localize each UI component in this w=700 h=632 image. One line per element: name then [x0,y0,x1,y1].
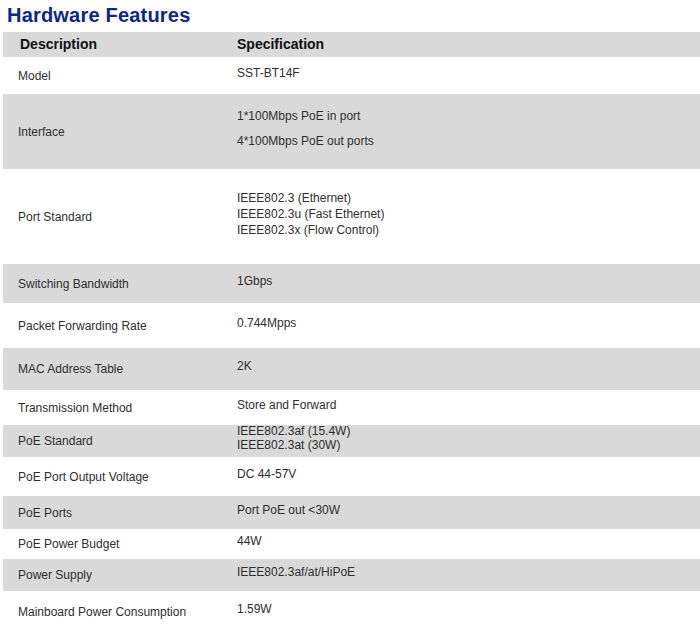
description-cell: Packet Forwarding Rate [3,319,237,333]
table-row: Transmission MethodStore and Forward [3,390,700,425]
specification-cell: IEEE802.3af/at/HiPoE [237,564,700,580]
specification-cell: SST-BT14F [237,65,700,81]
table-header-row: Description Specification [3,32,700,57]
spec-line: 1*100Mbps PoE in port [237,108,700,124]
spec-line: Port PoE out <30W [237,502,700,518]
hardware-features-table: Description Specification ModelSST-BT14F… [3,32,700,632]
description-cell: PoE Ports [3,506,237,520]
table-row: Mainboard Power Consumption1.59W [3,591,700,632]
table-row: Power SupplyIEEE802.3af/at/HiPoE [3,559,700,591]
table-row: Packet Forwarding Rate0.744Mpps [3,303,700,348]
spec-line: 1.59W [237,601,700,617]
table-row: MAC Address Table2K [3,348,700,390]
specification-cell: 1Gbps [237,273,700,289]
spec-line: Store and Forward [237,397,700,413]
spec-line: 44W [237,533,700,549]
description-cell: Power Supply [3,568,237,582]
column-header-specification: Specification [237,32,700,57]
spec-line: 2K [237,358,700,374]
spec-line: IEEE802.3af (15.4W) [237,424,700,438]
description-cell: Model [3,69,237,83]
spec-line: IEEE802.3at (30W) [237,438,700,452]
description-cell: Interface [3,125,237,139]
specification-cell: 1*100Mbps PoE in port4*100Mbps PoE out p… [237,99,700,158]
table-row: Port StandardIEEE802.3 (Ethernet)IEEE802… [3,169,700,264]
table-row: Interface1*100Mbps PoE in port4*100Mbps … [3,94,700,169]
description-cell: PoE Power Budget [3,537,237,551]
spec-line: IEEE802.3x (Flow Control) [237,222,700,238]
table-row: ModelSST-BT14F [3,57,700,94]
spec-line: 0.744Mpps [237,315,700,331]
description-cell: PoE Standard [3,434,237,448]
description-cell: Switching Bandwidth [3,277,237,291]
column-header-description: Description [3,32,237,57]
table-row: PoE Port Output VoltageDC 44-57V [3,457,700,496]
spec-line: IEEE802.3 (Ethernet) [237,190,700,206]
specification-cell: 1.59W [237,601,700,617]
specification-cell: DC 44-57V [237,466,700,482]
table-row: PoE StandardIEEE802.3af (15.4W)IEEE802.3… [3,425,700,457]
description-cell: Mainboard Power Consumption [3,605,237,619]
specification-cell: Port PoE out <30W [237,502,700,518]
table-body: ModelSST-BT14FInterface1*100Mbps PoE in … [3,57,700,632]
table-row: PoE Power Budget44W [3,529,700,559]
spec-line: IEEE802.3u (Fast Ethernet) [237,206,700,222]
specification-cell: 0.744Mpps [237,315,700,331]
spec-line: IEEE802.3af/at/HiPoE [237,564,700,580]
page-title: Hardware Features [0,0,700,32]
spec-line: 4*100Mbps PoE out ports [237,133,700,149]
specification-cell: IEEE802.3 (Ethernet)IEEE802.3u (Fast Eth… [237,190,700,238]
spec-line: DC 44-57V [237,466,700,482]
description-cell: MAC Address Table [3,362,237,376]
table-row: PoE PortsPort PoE out <30W [3,496,700,529]
specification-cell: 2K [237,358,700,374]
description-cell: PoE Port Output Voltage [3,470,237,484]
table-row: Switching Bandwidth1Gbps [3,264,700,303]
specification-cell: Store and Forward [237,397,700,413]
datasheet-page: Hardware Features Description Specificat… [0,0,700,632]
spec-line: SST-BT14F [237,65,700,81]
description-cell: Transmission Method [3,401,237,415]
description-cell: Port Standard [3,210,237,224]
specification-cell: IEEE802.3af (15.4W)IEEE802.3at (30W) [237,424,700,452]
spec-line: 1Gbps [237,273,700,289]
specification-cell: 44W [237,533,700,549]
